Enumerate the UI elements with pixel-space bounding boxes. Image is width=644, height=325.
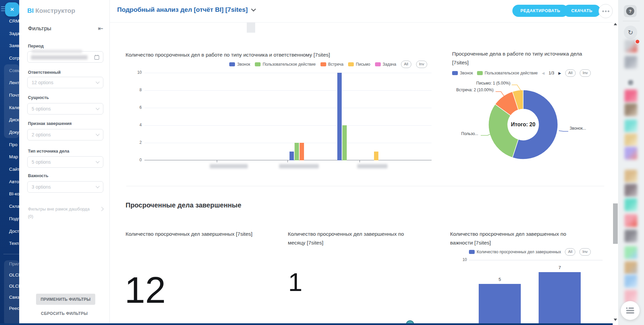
x-axis-line: [144, 160, 432, 160]
blurred-avatar-icon[interactable]: [624, 120, 637, 132]
chevron-down-icon: [96, 106, 99, 110]
sidebar-item-лент[interactable]: Лент: [0, 76, 19, 89]
blurred-avatar-icon[interactable]: [624, 56, 637, 69]
sidebar-item-реес[interactable]: Реес: [0, 303, 19, 314]
sidebar-item-заяв[interactable]: Заяв: [0, 39, 19, 52]
dashboard-title-dropdown[interactable]: Подробный анализ дел [отчёт BI] [7sites]: [117, 6, 255, 13]
apply-filters-button[interactable]: ПРИМЕНИТЬ ФИЛЬТРЫ: [36, 294, 95, 305]
sidebar-item-дост[interactable]: Дост: [0, 225, 19, 237]
sidebar-item-диск[interactable]: Диск: [0, 114, 19, 126]
filters-outside-link[interactable]: Фильтры вне рамок дашборда (0): [28, 205, 95, 220]
legend-inv-button[interactable]: Inv: [416, 61, 427, 68]
scrollbar-thumb[interactable]: [613, 203, 618, 244]
filter-source-type-placeholder: 5 options: [32, 159, 96, 165]
sidebar-item-кале[interactable]: Кале: [0, 101, 19, 114]
blurred-avatar-icon[interactable]: [624, 184, 637, 197]
legend-item-user-action[interactable]: Пользовательское действие: [477, 71, 538, 75]
blurred-avatar-icon[interactable]: [624, 198, 637, 211]
legend-item-zvonok[interactable]: Звонок: [452, 71, 473, 75]
sidebar-item-доку[interactable]: Доку: [0, 126, 19, 138]
legend-item-completed[interactable]: Количество просроченных дел завершенных: [469, 250, 561, 254]
sidebar-item-мар[interactable]: Мар: [0, 151, 19, 163]
filter-importance-select[interactable]: 3 options: [27, 181, 103, 193]
blurred-avatar-icon[interactable]: [624, 134, 637, 147]
scrollbar-up-arrow[interactable]: [614, 23, 617, 25]
legend-item-3[interactable]: Письмо: [348, 62, 370, 67]
sidebar-item-сайт[interactable]: Сайт: [0, 163, 19, 175]
legend-item-0[interactable]: Звонок: [229, 62, 250, 67]
sidebar-item-прил[interactable]: Прил: [0, 258, 19, 269]
sidebar-item-связ[interactable]: Связ: [0, 292, 19, 303]
edit-button[interactable]: РЕДАКТИРОВАТЬ: [512, 5, 568, 17]
filter-responsible-select[interactable]: 12 options: [27, 77, 103, 88]
blurred-avatar-icon[interactable]: [624, 275, 637, 288]
legend-item-4[interactable]: Задача: [375, 62, 396, 67]
app-logo: BIКонструктор: [27, 7, 75, 14]
legend-next-icon[interactable]: ▶: [558, 71, 561, 75]
sidebar-item-подп[interactable]: Подп: [0, 213, 19, 225]
blurred-avatar-icon[interactable]: [624, 147, 637, 160]
filter-entity-placeholder: 5 options: [32, 106, 96, 111]
bar-Пользовательское действие[interactable]: [342, 125, 347, 160]
history-button[interactable]: ↻: [624, 26, 637, 39]
chevron-right-icon[interactable]: [99, 207, 104, 211]
close-menu-button[interactable]: ×: [5, 2, 19, 17]
blurred-avatar-icon[interactable]: [624, 170, 637, 183]
blurred-avatar-icon[interactable]: [624, 90, 637, 102]
filter-source-type-select[interactable]: 5 options: [27, 156, 103, 168]
sidebar-item-техп[interactable]: Техп: [0, 237, 19, 250]
notification-dot: [635, 39, 640, 44]
help-button[interactable]: ?: [624, 5, 637, 17]
reset-filters-button[interactable]: СБРОСИТЬ ФИЛЬТРЫ: [19, 311, 109, 316]
sidebar-item-сотр[interactable]: Сотр: [0, 52, 19, 64]
legend-all-button[interactable]: All: [401, 61, 411, 68]
legend-item-1[interactable]: Пользовательское действие: [255, 62, 316, 67]
blurred-avatar-icon[interactable]: [624, 261, 637, 274]
history-icon: ↻: [628, 29, 633, 36]
filter-completion-select[interactable]: 2 options: [27, 129, 103, 140]
more-menu-button[interactable]: [599, 4, 613, 18]
sidebar-item-про[interactable]: Про: [0, 138, 19, 151]
quick-menu-button[interactable]: [621, 301, 640, 320]
blurred-avatar-icon[interactable]: [624, 103, 637, 116]
chart-title-completed-by-importance: Количество просроченных дел завершенных …: [450, 230, 566, 247]
bar-importance-0[interactable]: [479, 284, 521, 323]
legend-all-button[interactable]: All: [565, 248, 575, 256]
sidebar-item-crm[interactable]: CRM: [0, 15, 19, 27]
blurred-avatar-icon[interactable]: [624, 246, 637, 259]
legend-prev-icon[interactable]: ◀: [542, 71, 544, 75]
blurred-avatar-icon[interactable]: [628, 80, 633, 85]
download-button[interactable]: СКАЧАТЬ: [563, 5, 601, 17]
sidebar-item-почт[interactable]: Почт: [0, 89, 19, 101]
filter-entity-select[interactable]: 5 options: [27, 103, 103, 115]
bar-Звонок[interactable]: [290, 152, 294, 160]
scrollbar-down-arrow[interactable]: [614, 319, 617, 321]
blurred-avatar-icon[interactable]: [624, 214, 637, 227]
bar-Встреча[interactable]: [300, 143, 304, 160]
bar-Звонок[interactable]: [337, 73, 342, 160]
blurred-x-axis-label: [357, 164, 387, 168]
header-divider: [109, 22, 613, 23]
overdue-by-source-plot: 1086420: [144, 73, 432, 160]
sidebar-item-авто[interactable]: Авто: [0, 175, 19, 188]
bar-Письмо[interactable]: [374, 152, 378, 160]
sidebar-item-зада[interactable]: Зада: [0, 27, 19, 40]
legend-swatch: [375, 62, 381, 66]
legend-item-2[interactable]: Встреча: [320, 62, 343, 67]
sidebar-item-olch[interactable]: OLCH: [0, 269, 19, 281]
bar-Пользовательское действие[interactable]: [295, 143, 299, 160]
legend-inv-button[interactable]: Inv: [580, 69, 591, 77]
filter-period-input[interactable]: [27, 51, 103, 63]
gridline: [144, 90, 432, 91]
collapse-panel-icon[interactable]: ⇤: [98, 25, 103, 32]
legend-inv-button[interactable]: Inv: [579, 248, 590, 256]
sidebar-item-olch[interactable]: OLCH: [0, 281, 19, 292]
sidebar-item-bi-ко[interactable]: BI-ко: [0, 188, 19, 200]
sidebar-item-скла[interactable]: Скла: [0, 200, 19, 213]
bar-importance-1[interactable]: [539, 272, 581, 323]
legend-all-button[interactable]: All: [565, 69, 576, 77]
legend-swatch: [469, 250, 475, 254]
bar-value-label: 5: [479, 277, 521, 282]
sidebar-item-совм[interactable]: Совм: [0, 64, 19, 77]
blurred-avatar-icon[interactable]: [624, 230, 637, 242]
